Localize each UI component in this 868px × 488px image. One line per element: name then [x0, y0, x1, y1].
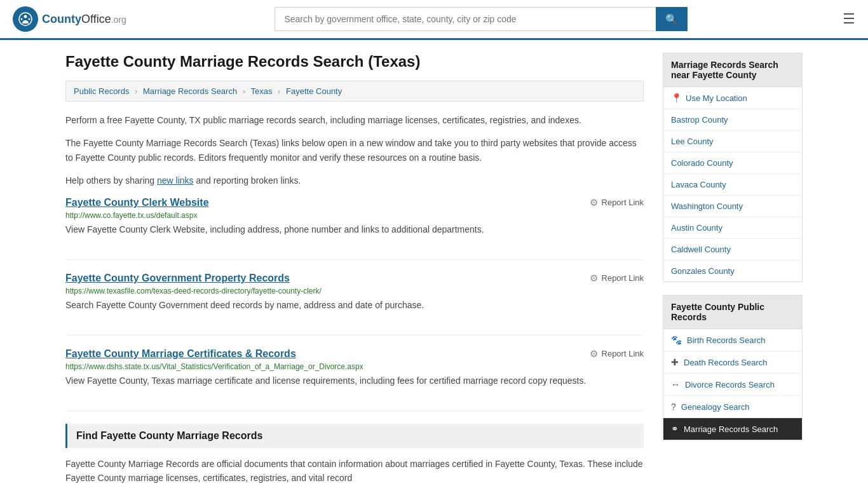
- birth-records-item[interactable]: 🐾 Birth Records Search: [663, 329, 802, 351]
- nearby-washington[interactable]: Washington County: [663, 196, 802, 217]
- use-location-item[interactable]: 📍 Use My Location: [663, 87, 802, 109]
- public-records-box: Fayette County Public Records 🐾 Birth Re…: [663, 295, 803, 440]
- colorado-link[interactable]: Colorado County: [671, 158, 733, 168]
- genealogy-icon: ?: [671, 402, 676, 412]
- result-item-3: Fayette County Marriage Certificates & R…: [65, 348, 644, 394]
- content-area: Fayette County Marriage Records Search (…: [65, 53, 644, 488]
- report-label-3: Report Link: [602, 349, 644, 358]
- result-title-row-1: Fayette County Clerk Website ⚙ Report Li…: [65, 197, 644, 208]
- breadcrumb-fayette[interactable]: Fayette County: [286, 86, 342, 96]
- svg-point-2: [21, 18, 23, 20]
- birth-records-link[interactable]: Birth Records Search: [687, 336, 766, 345]
- report-icon-1: ⚙: [590, 197, 598, 208]
- lavaca-link[interactable]: Lavaca County: [671, 180, 726, 189]
- logo-icon: [13, 6, 38, 32]
- divider-2: [65, 335, 644, 336]
- description-2: The Fayette County Marriage Records Sear…: [65, 136, 644, 165]
- result-title-row-3: Fayette County Marriage Certificates & R…: [65, 348, 644, 360]
- logo-text: CountyOffice.org: [42, 13, 126, 26]
- search-input[interactable]: [275, 7, 656, 31]
- description-3: Help others by sharing new links and rep…: [65, 173, 644, 187]
- death-records-link[interactable]: Death Records Search: [684, 358, 768, 367]
- result-title-row-2: Fayette County Government Property Recor…: [65, 273, 644, 284]
- report-label-2: Report Link: [602, 273, 644, 283]
- result-url-1[interactable]: http://www.co.fayette.tx.us/default.aspx: [65, 211, 644, 220]
- nearby-box: Marriage Records Search near Fayette Cou…: [663, 53, 803, 282]
- site-header: CountyOffice.org 🔍 ☰: [0, 0, 868, 40]
- nearby-caldwell[interactable]: Caldwell County: [663, 239, 802, 261]
- nearby-lavaca[interactable]: Lavaca County: [663, 174, 802, 196]
- public-records-header: Fayette County Public Records: [663, 295, 802, 329]
- new-links-link[interactable]: new links: [157, 175, 194, 186]
- marriage-records-item[interactable]: ⚭ Marriage Records Search: [663, 418, 802, 440]
- death-records-item[interactable]: ✚ Death Records Search: [663, 351, 802, 374]
- svg-point-1: [24, 15, 27, 18]
- breadcrumb-sep-2: ›: [243, 86, 245, 96]
- report-label-1: Report Link: [602, 198, 644, 207]
- description-1: Perform a free Fayette County, TX public…: [65, 113, 644, 127]
- use-location-link[interactable]: Use My Location: [686, 93, 747, 103]
- birth-icon: 🐾: [671, 335, 682, 345]
- main-container: Fayette County Marriage Records Search (…: [53, 53, 815, 488]
- result-title-1[interactable]: Fayette County Clerk Website: [65, 197, 209, 208]
- result-desc-1: View Fayette County Clerk Website, inclu…: [65, 223, 644, 236]
- nearby-gonzales[interactable]: Gonzales County: [663, 261, 802, 281]
- result-title-2[interactable]: Fayette County Government Property Recor…: [65, 273, 290, 284]
- result-desc-2: Search Fayette County Government deed re…: [65, 299, 644, 312]
- death-icon: ✚: [671, 357, 679, 367]
- gonzales-link[interactable]: Gonzales County: [671, 266, 735, 276]
- bastrop-link[interactable]: Bastrop County: [671, 115, 728, 125]
- nearby-lee[interactable]: Lee County: [663, 131, 802, 152]
- breadcrumb-sep-1: ›: [135, 86, 137, 96]
- divorce-records-link[interactable]: Divorce Records Search: [685, 380, 775, 390]
- result-item-2: Fayette County Government Property Recor…: [65, 273, 644, 318]
- logo[interactable]: CountyOffice.org: [13, 6, 126, 32]
- find-section-text: Fayette County Marriage Records are offi…: [65, 457, 644, 485]
- pin-icon: 📍: [671, 93, 682, 103]
- svg-point-3: [29, 18, 31, 20]
- breadcrumb: Public Records › Marriage Records Search…: [65, 81, 644, 102]
- report-link-1[interactable]: ⚙ Report Link: [590, 197, 644, 208]
- page-title: Fayette County Marriage Records Search (…: [65, 53, 644, 71]
- report-icon-2: ⚙: [590, 273, 598, 284]
- breadcrumb-public-records[interactable]: Public Records: [74, 86, 129, 96]
- nearby-colorado[interactable]: Colorado County: [663, 152, 802, 174]
- nearby-header: Marriage Records Search near Fayette Cou…: [663, 53, 802, 87]
- marriage-records-link[interactable]: Marriage Records Search: [684, 424, 778, 434]
- washington-link[interactable]: Washington County: [671, 201, 743, 211]
- nearby-austin[interactable]: Austin County: [663, 217, 802, 239]
- search-icon: 🔍: [665, 13, 678, 25]
- find-section: Find Fayette County Marriage Records Fay…: [65, 424, 644, 485]
- report-icon-3: ⚙: [590, 348, 598, 360]
- search-button[interactable]: 🔍: [656, 7, 688, 31]
- result-desc-3: View Fayette County, Texas marriage cert…: [65, 374, 644, 388]
- divorce-records-item[interactable]: ↔ Divorce Records Search: [663, 374, 802, 396]
- result-url-2[interactable]: https://www.texasfile.com/texas-deed-rec…: [65, 287, 644, 295]
- austin-link[interactable]: Austin County: [671, 223, 722, 233]
- result-title-3[interactable]: Fayette County Marriage Certificates & R…: [65, 348, 296, 360]
- result-item-1: Fayette County Clerk Website ⚙ Report Li…: [65, 197, 644, 243]
- report-link-2[interactable]: ⚙ Report Link: [590, 273, 644, 284]
- nearby-bastrop[interactable]: Bastrop County: [663, 109, 802, 131]
- breadcrumb-marriage-records[interactable]: Marriage Records Search: [143, 86, 237, 96]
- find-section-heading: Find Fayette County Marriage Records: [65, 424, 644, 448]
- hamburger-icon: ☰: [843, 11, 855, 27]
- divider-3: [65, 410, 644, 411]
- sidebar: Marriage Records Search near Fayette Cou…: [663, 53, 803, 488]
- breadcrumb-sep-3: ›: [278, 86, 280, 96]
- report-link-3[interactable]: ⚙ Report Link: [590, 348, 644, 360]
- caldwell-link[interactable]: Caldwell County: [671, 245, 731, 254]
- genealogy-item[interactable]: ? Genealogy Search: [663, 396, 802, 418]
- divorce-icon: ↔: [671, 379, 680, 390]
- divider-1: [65, 259, 644, 260]
- menu-button[interactable]: ☰: [843, 11, 855, 27]
- breadcrumb-texas[interactable]: Texas: [251, 86, 273, 96]
- genealogy-link[interactable]: Genealogy Search: [681, 402, 750, 412]
- result-url-3[interactable]: https://www.dshs.state.tx.us/Vital_Stati…: [65, 362, 644, 371]
- marriage-icon: ⚭: [671, 424, 679, 434]
- search-area: 🔍: [275, 7, 688, 31]
- lee-link[interactable]: Lee County: [671, 137, 714, 146]
